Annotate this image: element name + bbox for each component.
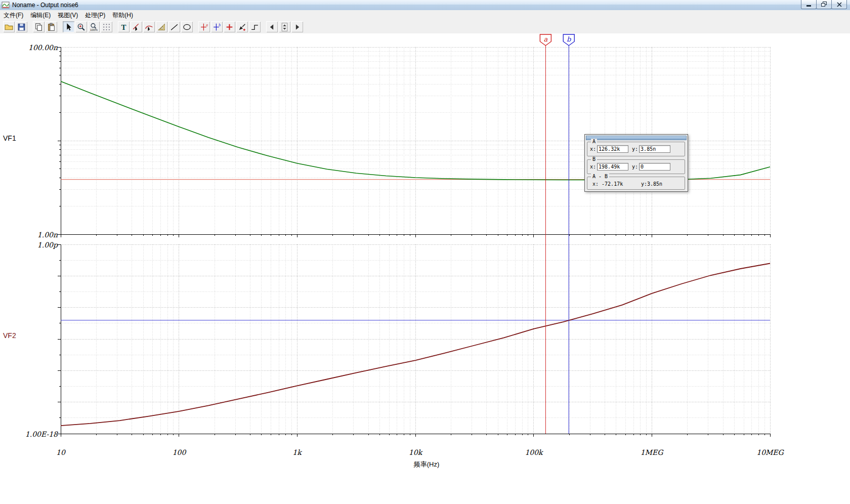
text-tool-button[interactable]: T — [118, 21, 130, 32]
maximize-button[interactable] — [816, 0, 832, 9]
charts-canvas: ab — [0, 33, 850, 504]
cursor-a-y-label: y: — [632, 146, 638, 152]
save-button[interactable] — [16, 21, 27, 32]
x-axis-title: 频率(Hz) — [414, 460, 440, 469]
vf2-curve-label: VF2 — [3, 331, 16, 340]
vf2-curve — [61, 264, 770, 426]
ruler-tool-button[interactable] — [156, 21, 167, 32]
app-window: Noname - Output noise6 文件(F)编辑(E)视图(V)处理… — [0, 0, 850, 504]
cursor-a-button[interactable]: a — [198, 21, 210, 32]
x-tick-label-100k: 100k — [525, 448, 542, 456]
cursor-a-flag-label: a — [543, 35, 547, 43]
minimize-button[interactable] — [801, 0, 817, 9]
close-button[interactable] — [831, 0, 847, 9]
arrow-icon — [64, 23, 73, 31]
line-tool-button[interactable] — [168, 21, 180, 32]
add-marker-icon — [225, 23, 234, 31]
cursor-line-tool-button[interactable] — [131, 21, 142, 32]
folder-icon — [5, 23, 13, 31]
cursor-b-flag-label: b — [567, 35, 571, 43]
svg-text:b: b — [219, 23, 221, 27]
prev-page-button[interactable] — [266, 21, 278, 32]
vf1-y-min-label: 1.00n — [0, 231, 58, 239]
cursor-b-x-label: x: — [590, 164, 596, 170]
cursor-a-x-label: x: — [590, 146, 596, 152]
cursor-diff-readout-group: A - B x: -72.17k y:3.85n — [587, 177, 685, 190]
panel-drag-handle[interactable] — [586, 136, 687, 140]
zoom-100-button[interactable]: 100% — [88, 21, 100, 32]
zoom-100-icon: 100% — [90, 23, 98, 31]
plot-area: ab 100.00n 1.00n 1.00p 1.00E-18 VF1 VF2 … — [0, 33, 850, 504]
pointer-line-icon — [132, 23, 141, 31]
grid-icon — [102, 23, 111, 31]
line-icon — [170, 23, 179, 31]
add-marker-button[interactable] — [224, 21, 235, 32]
x-tick-label-1meg: 1MEG — [641, 448, 663, 456]
menu-item-help[interactable]: 帮助(H) — [109, 10, 137, 21]
ellipse-tool-button[interactable] — [181, 21, 193, 32]
svg-text:a: a — [206, 23, 208, 27]
toolbar: 100%Tab — [0, 20, 850, 34]
zoom-in-icon — [77, 23, 86, 31]
prev-icon — [268, 23, 276, 31]
svg-text:100%: 100% — [90, 28, 98, 31]
cursor-b-y-input[interactable] — [639, 163, 670, 171]
floppy-icon — [17, 23, 26, 31]
x-tick-label-10meg: 10MEG — [756, 448, 784, 456]
cursor-b-icon: b — [212, 23, 221, 31]
cursor-diff-y-value: y:3.85n — [641, 181, 662, 187]
menu-bar: 文件(F)编辑(E)视图(V)处理(P)帮助(H) — [0, 10, 850, 20]
copy-button[interactable] — [33, 21, 45, 32]
svg-text:T: T — [121, 23, 126, 31]
cursor-b-button[interactable]: b — [211, 21, 223, 32]
window-title: Noname - Output noise6 — [12, 2, 78, 9]
cursor-b-y-label: y: — [632, 164, 638, 170]
menu-item-process[interactable]: 处理(P) — [81, 10, 109, 21]
select-tool-button[interactable] — [63, 21, 74, 32]
vf1-y-max-label: 100.00n — [0, 44, 58, 52]
open-button[interactable] — [3, 21, 15, 32]
page-spinner[interactable] — [279, 21, 290, 32]
paste-button[interactable] — [46, 21, 57, 32]
text-icon: T — [119, 23, 128, 31]
restore-icon — [821, 2, 827, 7]
menu-item-view[interactable]: 视图(V) — [54, 10, 81, 21]
window-controls — [801, 0, 847, 9]
cursor-readout-panel[interactable]: A x: y: B x: y: A - B x: -72.17k y:3.85n — [584, 134, 688, 192]
pen-tool-button[interactable] — [236, 21, 248, 32]
x-tick-label-10: 10 — [56, 448, 65, 456]
ruler-icon — [157, 23, 166, 31]
step-icon — [250, 23, 259, 31]
menu-item-file[interactable]: 文件(F) — [0, 10, 27, 21]
vf2-y-max-label: 1.00p — [0, 241, 58, 249]
x-tick-label-10k: 10k — [409, 448, 422, 456]
cursor-diff-group-label: A - B — [591, 174, 609, 179]
spinner-icon — [280, 23, 289, 31]
cursor-diff-x-value: x: -72.17k — [592, 181, 623, 187]
x-tick-label-100: 100 — [173, 448, 186, 456]
cursor-trace-tool-button[interactable] — [143, 21, 155, 32]
minimize-icon — [806, 2, 812, 7]
step-tool-button[interactable] — [249, 21, 261, 32]
cursor-a-icon: a — [200, 23, 208, 31]
cursor-a-readout-group: A x: y: — [587, 142, 685, 156]
x-tick-label-1k: 1k — [292, 448, 301, 456]
pen-icon — [238, 23, 246, 31]
cursor-b-group-label: B — [591, 156, 597, 162]
zoom-in-button[interactable] — [75, 21, 87, 32]
grid-toggle-button[interactable] — [101, 21, 112, 32]
ellipse-icon — [183, 23, 191, 31]
close-icon — [837, 2, 842, 7]
menu-item-edit[interactable]: 编辑(E) — [27, 10, 54, 21]
next-icon — [293, 23, 302, 31]
cursor-b-x-input[interactable] — [597, 163, 628, 171]
paste-icon — [47, 23, 56, 31]
copy-icon — [34, 23, 43, 31]
vf2-y-min-label: 1.00E-18 — [0, 430, 58, 438]
cursor-a-y-input[interactable] — [639, 145, 670, 153]
pointer-curve-icon — [145, 23, 153, 31]
cursor-b-readout-group: B x: y: — [587, 159, 685, 174]
next-page-button[interactable] — [291, 21, 303, 32]
vf1-curve-label: VF1 — [3, 134, 16, 142]
cursor-a-x-input[interactable] — [597, 145, 628, 153]
